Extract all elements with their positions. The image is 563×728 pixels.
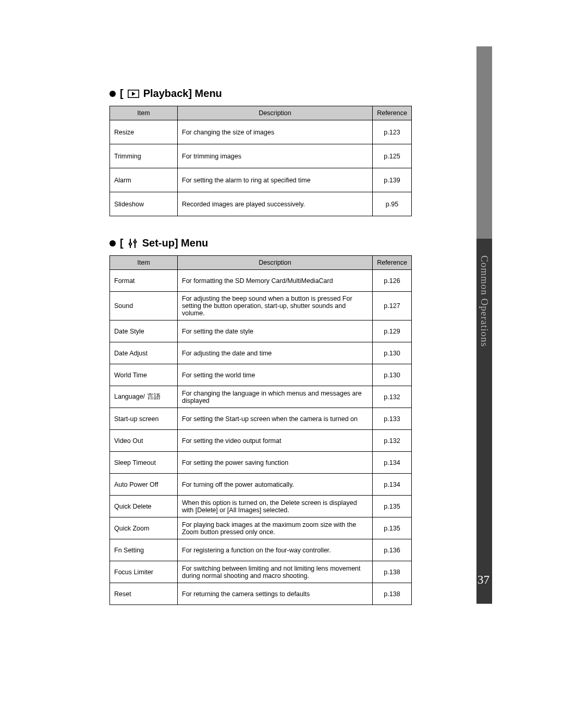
bullet-icon — [109, 91, 116, 97]
svg-marker-1 — [132, 92, 136, 96]
cell-description: For adjusting the date and time — [178, 342, 373, 364]
table-row: Sleep TimeoutFor setting the power savin… — [110, 452, 412, 474]
cell-description: For playing back images at the maximum z… — [178, 517, 373, 539]
cell-item: Auto Power Off — [110, 474, 178, 496]
table-row: Auto Power OffFor turning off the power … — [110, 474, 412, 496]
table-header-row: Item Description Reference — [110, 256, 412, 270]
cell-reference: p.130 — [373, 342, 412, 364]
cell-description: For registering a function on the four-w… — [178, 539, 373, 561]
setup-icon — [128, 238, 138, 249]
playback-heading: [ Playback] Menu — [109, 88, 412, 100]
table-row: World TimeFor setting the world timep.13… — [110, 364, 412, 386]
cell-item: Reset — [110, 583, 178, 605]
cell-reference: p.125 — [373, 144, 412, 168]
header-item: Item — [110, 106, 178, 120]
cell-item: Date Style — [110, 320, 178, 342]
cell-item: Trimming — [110, 144, 178, 168]
header-reference: Reference — [373, 106, 412, 120]
cell-reference: p.138 — [373, 583, 412, 605]
cell-reference: p.135 — [373, 496, 412, 517]
setup-table: Item Description Reference FormatFor for… — [109, 255, 412, 605]
header-reference: Reference — [373, 256, 412, 270]
cell-reference: p.139 — [373, 168, 412, 192]
table-row: TrimmingFor trimming imagesp.125 — [110, 144, 412, 168]
cell-item: Video Out — [110, 430, 178, 452]
table-row: Video OutFor setting the video output fo… — [110, 430, 412, 452]
bracket-open: [ — [120, 237, 124, 249]
cell-item: Sleep Timeout — [110, 452, 178, 474]
header-description: Description — [178, 106, 373, 120]
cell-reference: p.133 — [373, 408, 412, 430]
cell-item: Format — [110, 270, 178, 292]
cell-description: For setting the alarm to ring at specifi… — [178, 168, 373, 192]
cell-item: Resize — [110, 120, 178, 144]
header-description: Description — [178, 256, 373, 270]
table-row: Date AdjustFor adjusting the date and ti… — [110, 342, 412, 364]
cell-description: For formatting the SD Memory Card/MultiM… — [178, 270, 373, 292]
cell-item: Slideshow — [110, 192, 178, 216]
cell-description: For turning off the power automatically. — [178, 474, 373, 496]
table-header-row: Item Description Reference — [110, 106, 412, 120]
cell-description: For returning the camera settings to def… — [178, 583, 373, 605]
playback-title-text: Playback] Menu — [143, 88, 222, 100]
cell-item: Start-up screen — [110, 408, 178, 430]
cell-description: For setting the Start-up screen when the… — [178, 408, 373, 430]
cell-reference: p.138 — [373, 561, 412, 583]
cell-description: For changing the language in which menus… — [178, 386, 373, 408]
table-row: FormatFor formatting the SD Memory Card/… — [110, 270, 412, 292]
cell-item: Quick Delete — [110, 496, 178, 517]
cell-reference: p.123 — [373, 120, 412, 144]
table-row: ResizeFor changing the size of imagesp.1… — [110, 120, 412, 144]
cell-description: For changing the size of images — [178, 120, 373, 144]
cell-description: For adjusting the beep sound when a butt… — [178, 292, 373, 320]
cell-reference: p.129 — [373, 320, 412, 342]
table-row: Fn SettingFor registering a function on … — [110, 539, 412, 561]
cell-reference: p.127 — [373, 292, 412, 320]
table-row: AlarmFor setting the alarm to ring at sp… — [110, 168, 412, 192]
table-row: Language/ 言語For changing the language in… — [110, 386, 412, 408]
table-row: Focus LimiterFor switching between limit… — [110, 561, 412, 583]
cell-description: When this option is turned on, the Delet… — [178, 496, 373, 517]
cell-reference: p.134 — [373, 452, 412, 474]
cell-reference: p.132 — [373, 430, 412, 452]
section-label: Common Operations — [479, 255, 490, 347]
setup-heading: [ Set-up] Menu — [109, 237, 412, 249]
cell-description: For setting the video output format — [178, 430, 373, 452]
cell-reference: p.135 — [373, 517, 412, 539]
cell-reference: p.136 — [373, 539, 412, 561]
cell-description: For trimming images — [178, 144, 373, 168]
bullet-icon — [109, 240, 116, 246]
bracket-open: [ — [120, 88, 124, 100]
cell-description: For setting the date style — [178, 320, 373, 342]
cell-reference: p.126 — [373, 270, 412, 292]
cell-item: Fn Setting — [110, 539, 178, 561]
table-row: SlideshowRecorded images are played succ… — [110, 192, 412, 216]
cell-item: Sound — [110, 292, 178, 320]
table-row: Quick ZoomFor playing back images at the… — [110, 517, 412, 539]
table-row: SoundFor adjusting the beep sound when a… — [110, 292, 412, 320]
header-item: Item — [110, 256, 178, 270]
page-number: 37 — [476, 573, 491, 587]
setup-title-text: Set-up] Menu — [142, 237, 209, 249]
cell-reference: p.130 — [373, 364, 412, 386]
table-row: Date StyleFor setting the date stylep.12… — [110, 320, 412, 342]
cell-item: Date Adjust — [110, 342, 178, 364]
cell-item: Quick Zoom — [110, 517, 178, 539]
cell-reference: p.134 — [373, 474, 412, 496]
page-content: [ Playback] Menu Item Description Refere… — [109, 88, 412, 626]
cell-description: For setting the world time — [178, 364, 373, 386]
cell-reference: p.95 — [373, 192, 412, 216]
cell-item: World Time — [110, 364, 178, 386]
cell-item: Alarm — [110, 168, 178, 192]
cell-item: Language/ 言語 — [110, 386, 178, 408]
playback-table: Item Description Reference ResizeFor cha… — [109, 106, 412, 216]
cell-description: For switching between limiting and not l… — [178, 561, 373, 583]
table-row: Quick DeleteWhen this option is turned o… — [110, 496, 412, 517]
table-row: ResetFor returning the camera settings t… — [110, 583, 412, 605]
table-row: Start-up screenFor setting the Start-up … — [110, 408, 412, 430]
cell-item: Focus Limiter — [110, 561, 178, 583]
playback-icon — [128, 90, 139, 98]
cell-description: Recorded images are played successively. — [178, 192, 373, 216]
cell-description: For setting the power saving function — [178, 452, 373, 474]
cell-reference: p.132 — [373, 386, 412, 408]
